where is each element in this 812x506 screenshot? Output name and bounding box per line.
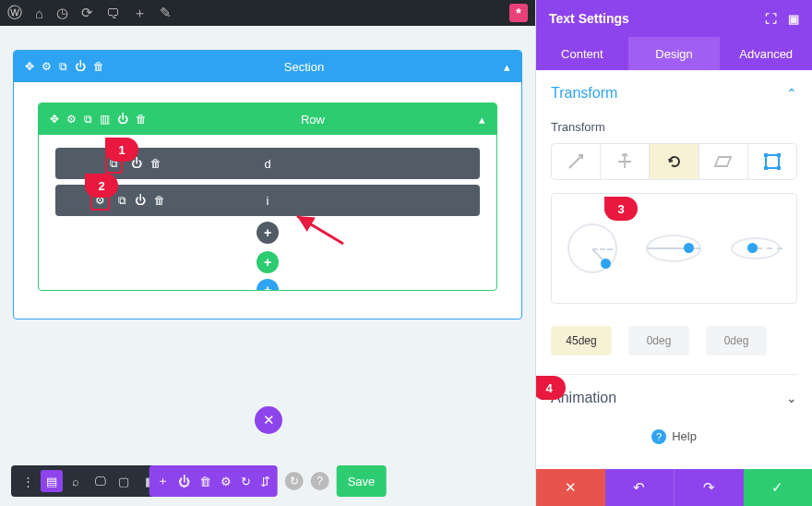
annotation-badge-3: 3 [604, 197, 638, 221]
expand-icon[interactable]: ▣ [788, 12, 799, 26]
menu-icon[interactable]: ⋮ [17, 470, 39, 492]
power-icon[interactable]: ⏻ [178, 475, 190, 488]
transform-type-segment [551, 143, 797, 180]
redo-button[interactable]: ↷ [674, 469, 744, 506]
canvas: ✥ ⚙ ⧉ ⏻ 🗑 Section ▴ ✥ ⚙ [0, 26, 535, 506]
gear-icon[interactable]: ⚙ [66, 113, 77, 126]
columns-icon[interactable]: ▥ [100, 113, 110, 126]
rotate-x-control [723, 216, 788, 281]
svg-rect-4 [764, 166, 768, 170]
power-icon[interactable]: ⏻ [117, 113, 128, 126]
section-block: ✥ ⚙ ⧉ ⏻ 🗑 Section ▴ ✥ ⚙ [13, 50, 522, 319]
history-icon[interactable]: ↻ [241, 475, 251, 488]
svg-rect-3 [777, 153, 781, 157]
duplicate-icon[interactable]: ⧉ [118, 194, 126, 207]
power-icon[interactable]: ⏻ [135, 194, 146, 207]
annotation-badge-1: 1 [105, 138, 138, 162]
gear-icon[interactable]: ⚙ [221, 475, 232, 488]
help-button[interactable]: ? [311, 472, 329, 490]
discard-button[interactable]: ✕ [536, 469, 605, 506]
trash-icon[interactable]: 🗑 [93, 60, 104, 73]
help-icon: ? [651, 429, 666, 444]
transform-origin-option[interactable] [748, 144, 796, 179]
trash-icon[interactable]: 🗑 [199, 475, 211, 488]
move-icon[interactable]: ✥ [25, 60, 34, 73]
zoom-icon[interactable]: ⌕ [65, 470, 87, 492]
transform-label: Transform [551, 120, 797, 134]
module-bar-2[interactable]: ⚙ ⧉ ⏻ 🗑 i [55, 185, 480, 216]
chevron-up-icon[interactable]: ▴ [479, 113, 485, 126]
rotate-z-value[interactable]: 45deg [551, 326, 612, 355]
transform-accordion-header[interactable]: Transform ⌃ [551, 70, 797, 116]
svg-rect-5 [777, 166, 781, 170]
panel-action-bar: ✕ ↶ ↷ ✓ [536, 469, 812, 506]
module-label: d [264, 157, 270, 171]
panel-tabs: Content Design Advanced [536, 37, 812, 70]
module-label: i [267, 194, 269, 208]
dashboard-icon[interactable]: ◷ [56, 5, 68, 21]
row-block: ✥ ⚙ ⧉ ▥ ⏻ 🗑 Row ▴ 1 2 [38, 102, 497, 291]
builder-canvas-area: ⓦ ⌂ ◷ ⟳ 🗨 ＋ ✎ * ✥ ⚙ ⧉ ⏻ 🗑 Sect [0, 0, 535, 506]
trash-icon[interactable]: 🗑 [154, 194, 165, 207]
save-button[interactable]: Save [337, 465, 387, 497]
trash-icon[interactable]: 🗑 [150, 157, 161, 170]
trash-icon[interactable]: 🗑 [136, 113, 147, 126]
desktop-view-icon[interactable]: 🖵 [89, 470, 111, 492]
plus-icon[interactable]: ＋ [133, 5, 147, 22]
settings-panel: Text Settings ⛶ ▣ Content Design Advance… [535, 0, 812, 506]
comment-icon[interactable]: 🗨 [106, 6, 120, 21]
add-module-button[interactable]: + [257, 222, 279, 244]
add-row-button[interactable]: + [257, 251, 279, 273]
transform-values-row: 45deg 0deg 0deg [551, 326, 797, 355]
wireframe-view-icon[interactable]: ▤ [41, 470, 63, 492]
duplicate-icon[interactable]: ⧉ [84, 113, 92, 126]
close-fab-button[interactable]: ✕ [255, 406, 282, 434]
home-icon[interactable]: ⌂ [35, 6, 43, 21]
annotation-badge-2: 2 [85, 174, 118, 198]
sliders-icon[interactable]: ⇵ [260, 475, 270, 488]
svg-rect-1 [766, 155, 779, 168]
transform-preview-canvas[interactable] [551, 193, 797, 304]
section-header[interactable]: ✥ ⚙ ⧉ ⏻ 🗑 Section ▴ [14, 51, 521, 82]
bottom-action-bar: ＋ ⏻ 🗑 ⚙ ↻ ⇵ ↻ ? Save [149, 465, 387, 497]
move-icon[interactable]: ✥ [50, 113, 59, 126]
duplicate-icon[interactable]: ⧉ [59, 60, 67, 73]
rotate-y-value[interactable]: 0deg [628, 326, 689, 355]
tab-content[interactable]: Content [536, 37, 628, 70]
row-title: Row [147, 113, 479, 126]
rotate-z-control [560, 216, 625, 281]
help-link[interactable]: ?Help [551, 420, 797, 459]
plus-icon[interactable]: ＋ [157, 473, 169, 489]
rotate-y-control [641, 216, 706, 281]
animation-accordion-header[interactable]: Animation ⌄ [551, 374, 797, 420]
rotate-x-value[interactable]: 0deg [706, 326, 767, 355]
undo-button[interactable]: ↶ [605, 469, 675, 506]
power-icon[interactable]: ⏻ [75, 60, 86, 73]
panel-header: Text Settings ⛶ ▣ [536, 0, 812, 37]
annotation-badge-4: 4 [536, 376, 566, 400]
gear-icon[interactable]: ⚙ [42, 60, 52, 73]
chevron-up-icon[interactable]: ▴ [504, 60, 510, 74]
transform-rotate-option[interactable] [650, 144, 699, 179]
transform-translate-option[interactable] [601, 144, 650, 179]
chevron-up-icon: ⌃ [786, 86, 797, 101]
transform-skew-option[interactable] [699, 144, 748, 179]
section-title: Section [104, 60, 504, 74]
apply-button[interactable]: ✓ [744, 469, 813, 506]
transform-scale-option[interactable] [552, 144, 601, 179]
tab-advanced[interactable]: Advanced [720, 37, 812, 70]
row-header[interactable]: ✥ ⚙ ⧉ ▥ ⏻ 🗑 Row ▴ [39, 103, 496, 135]
responsive-view-bar: ⋮ ▤ ⌕ 🖵 ▢ ▮ [11, 465, 164, 497]
wp-admin-bar: ⓦ ⌂ ◷ ⟳ 🗨 ＋ ✎ * [0, 0, 535, 26]
pencil-icon[interactable]: ✎ [160, 5, 172, 21]
fullscreen-icon[interactable]: ⛶ [765, 12, 777, 26]
refresh-icon[interactable]: ⟳ [81, 5, 93, 21]
tab-design[interactable]: Design [628, 37, 721, 70]
wordpress-icon[interactable]: ⓦ [7, 4, 22, 23]
svg-rect-2 [764, 153, 768, 157]
chevron-down-icon: ⌄ [786, 391, 797, 405]
redo-button[interactable]: ↻ [285, 472, 304, 490]
tablet-view-icon[interactable]: ▢ [113, 470, 135, 492]
panel-title: Text Settings [549, 11, 629, 26]
asterisk-badge[interactable]: * [509, 4, 528, 22]
